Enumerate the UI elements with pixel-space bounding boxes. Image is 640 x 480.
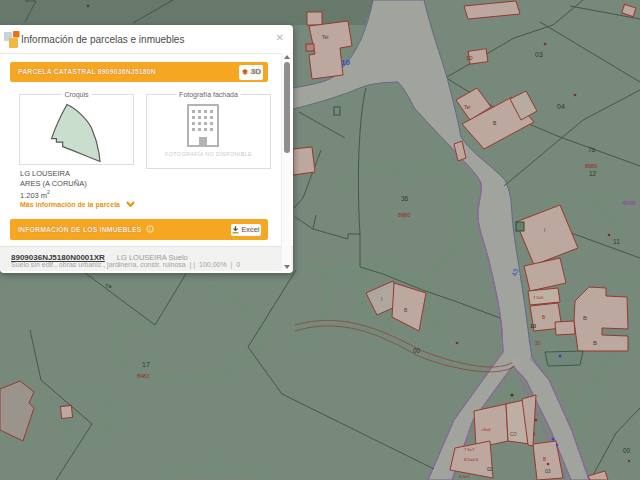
svg-text:7a: 7a [105, 283, 112, 289]
svg-text:+8x4: +8x4 [481, 427, 491, 432]
svg-text:7.5x5: 7.5x5 [533, 295, 544, 300]
svg-text:Tel: Tel [322, 34, 328, 40]
svg-text:7a: 7a [588, 146, 596, 153]
svg-text:4900: 4900 [622, 200, 636, 206]
svg-text:CO: CO [510, 432, 517, 437]
svg-text:i: i [149, 226, 151, 232]
svg-text:11: 11 [613, 238, 620, 245]
svg-text:B: B [593, 340, 597, 346]
svg-text:03: 03 [535, 51, 543, 58]
svg-text:8482: 8482 [137, 373, 149, 379]
svg-text:B: B [543, 457, 546, 462]
svg-text:I: I [381, 296, 382, 302]
svg-text:10: 10 [466, 55, 473, 61]
svg-text:8980: 8980 [398, 212, 410, 218]
svg-text:I: I [544, 227, 545, 233]
svg-text:B: B [542, 315, 545, 320]
svg-text:8.Dx4.6: 8.Dx4.6 [464, 457, 479, 462]
svg-text:17: 17 [142, 361, 150, 368]
svg-text:7.5x7: 7.5x7 [464, 447, 475, 452]
svg-text:04: 04 [557, 103, 565, 110]
svg-text:8980: 8980 [585, 163, 597, 169]
svg-text:12: 12 [589, 170, 597, 177]
svg-text:30: 30 [535, 341, 541, 346]
svg-text:10: 10 [341, 58, 350, 67]
svg-text:B: B [583, 315, 587, 321]
svg-text:Tel: Tel [464, 104, 470, 110]
svg-text:02: 02 [487, 466, 493, 472]
svg-text:00: 00 [413, 347, 421, 354]
svg-text:36: 36 [401, 195, 409, 202]
svg-text:10: 10 [530, 323, 536, 329]
svg-text:03: 03 [545, 469, 551, 474]
svg-text:5.5x7: 5.5x7 [459, 474, 470, 479]
svg-text:00: 00 [623, 447, 631, 454]
